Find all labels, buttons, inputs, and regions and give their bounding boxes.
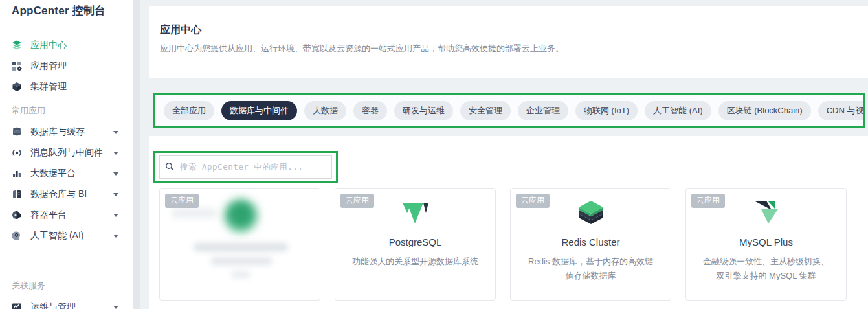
sidebar-common-nav: 数据库与缓存 消息队列与中间件 大数据平台 数据仓库与 BI: [0, 122, 133, 246]
cloud-app-badge: 云应用: [340, 194, 374, 208]
app-card-description: 金融级强一致性、主从秒级切换、双引擎支持的 MySQL 集群: [703, 255, 830, 283]
sidebar-main-nav: 应用中心 应用管理 集群管理: [0, 35, 133, 97]
sidebar-item-label: 容器平台: [30, 209, 67, 221]
tab-iot[interactable]: 物联网 (IoT): [575, 101, 638, 120]
sidebar-item-label: 消息队列与中间件: [30, 147, 103, 159]
tab-blockchain[interactable]: 区块链 (BlockChain): [718, 101, 811, 120]
sidebar-item-bigdata-platform[interactable]: 大数据平台: [0, 163, 133, 184]
chevron-down-icon: [113, 131, 118, 134]
sidebar-item-app-center[interactable]: 应用中心: [0, 35, 133, 56]
sidebar-item-container-platform[interactable]: 容器平台: [0, 205, 133, 225]
tab-database-middleware[interactable]: 数据库与中间件: [221, 101, 297, 120]
cloud-app-badge: 云应用: [165, 194, 199, 208]
sidebar-item-label: 集群管理: [30, 81, 67, 93]
layers-icon: [12, 40, 22, 51]
app-card-title: PostgreSQL: [335, 236, 495, 247]
sidebar-item-ops-management[interactable]: 运维与管理: [0, 297, 133, 309]
ops-icon: [12, 302, 22, 309]
app-card-description: Redis 数据库，基于内存的高效键值存储数据库: [528, 255, 654, 283]
sidebar-item-label: 运维与管理: [30, 301, 76, 309]
container-icon: [12, 210, 22, 220]
tab-cdn-video[interactable]: CDN 与视频: [818, 101, 865, 120]
sidebar-divider: [0, 275, 133, 275]
tab-container[interactable]: 容器: [353, 101, 387, 120]
bar-chart-icon: [12, 168, 22, 179]
app-card-description: 功能强大的关系型开源数据库系统: [352, 255, 479, 269]
sidebar: AppCenter 控制台 应用中心 应用管理 集群管理 常用应用 数: [0, 0, 133, 309]
sidebar-item-data-warehouse-bi[interactable]: 数据仓库与 BI: [0, 184, 133, 205]
page-header-panel: 应用中心 应用中心为您提供从应用、运行环境、带宽以及云资源的一站式应用产品，帮助…: [149, 6, 868, 78]
tab-all-apps[interactable]: 全部应用: [164, 101, 214, 120]
chevron-down-icon: [113, 306, 118, 309]
search-input[interactable]: [159, 155, 332, 179]
sidebar-item-message-queue[interactable]: 消息队列与中间件: [0, 143, 133, 163]
chevron-down-icon: [113, 193, 118, 196]
annotation-box-search: [153, 151, 338, 183]
app-title: AppCenter 控制台: [12, 3, 106, 18]
tab-big-data[interactable]: 大数据: [304, 101, 346, 120]
page-description: 应用中心为您提供从应用、运行环境、带宽以及云资源的一站式应用产品，帮助您高效便捷…: [160, 43, 564, 54]
grid-gear-icon: [12, 61, 22, 71]
chevron-down-icon: [113, 152, 118, 155]
tab-devops[interactable]: 研发与运维: [394, 101, 453, 120]
sidebar-item-label: 大数据平台: [30, 168, 76, 179]
sidebar-item-label: 人工智能 (AI): [30, 230, 83, 242]
tab-security[interactable]: 安全管理: [460, 101, 511, 120]
app-card-mysql-plus[interactable]: 云应用 MySQL Plus 金融级强一致性、主从秒级切换、双引擎支持的 MyS…: [685, 188, 847, 301]
sidebar-item-app-management[interactable]: 应用管理: [0, 56, 133, 76]
tab-ai[interactable]: 人工智能 (AI): [645, 101, 711, 120]
sidebar-item-label: 应用中心: [30, 40, 67, 51]
app-card-redis-cluster[interactable]: 云应用 Redis Cluster Redis 数据库，基于内存的高效键值存储数…: [510, 188, 671, 301]
chevron-down-icon: [113, 214, 118, 217]
database-icon: [12, 127, 22, 137]
tab-enterprise[interactable]: 企业管理: [518, 101, 568, 120]
ai-icon: [12, 231, 22, 241]
sidebar-section-related: 关联服务: [12, 280, 45, 292]
sidebar-scrollbar[interactable]: [133, 0, 140, 309]
page-title: 应用中心: [160, 23, 201, 37]
chevron-down-icon: [113, 235, 118, 238]
sidebar-item-label: 数据仓库与 BI: [30, 189, 87, 200]
cloud-app-badge: 云应用: [691, 194, 725, 208]
sidebar-item-label: 应用管理: [30, 60, 67, 72]
sidebar-item-ai[interactable]: 人工智能 (AI): [0, 225, 133, 246]
sidebar-item-database-cache[interactable]: 数据库与缓存: [0, 122, 133, 143]
cube-icon: [12, 82, 22, 92]
sidebar-related-nav: 运维与管理: [0, 297, 133, 309]
annotation-box-category-tabs: 全部应用 数据库与中间件 大数据 容器 研发与运维 安全管理 企业管理 物联网 …: [153, 93, 865, 128]
app-card-postgresql[interactable]: 云应用 PostgreSQL 功能强大的关系型开源数据库系统: [335, 188, 496, 301]
cloud-app-badge: 云应用: [516, 194, 550, 208]
app-card-blurred[interactable]: 云应用: [159, 188, 320, 301]
sidebar-item-label: 数据库与缓存: [30, 126, 85, 138]
app-card-title: MySQL Plus: [686, 236, 846, 247]
sidebar-section-common: 常用应用: [12, 105, 45, 117]
sidebar-item-cluster-management[interactable]: 集群管理: [0, 76, 133, 97]
message-queue-icon: [12, 148, 22, 158]
app-card-title: Redis Cluster: [511, 236, 671, 247]
warehouse-icon: [12, 189, 22, 200]
chevron-down-icon: [113, 172, 118, 176]
